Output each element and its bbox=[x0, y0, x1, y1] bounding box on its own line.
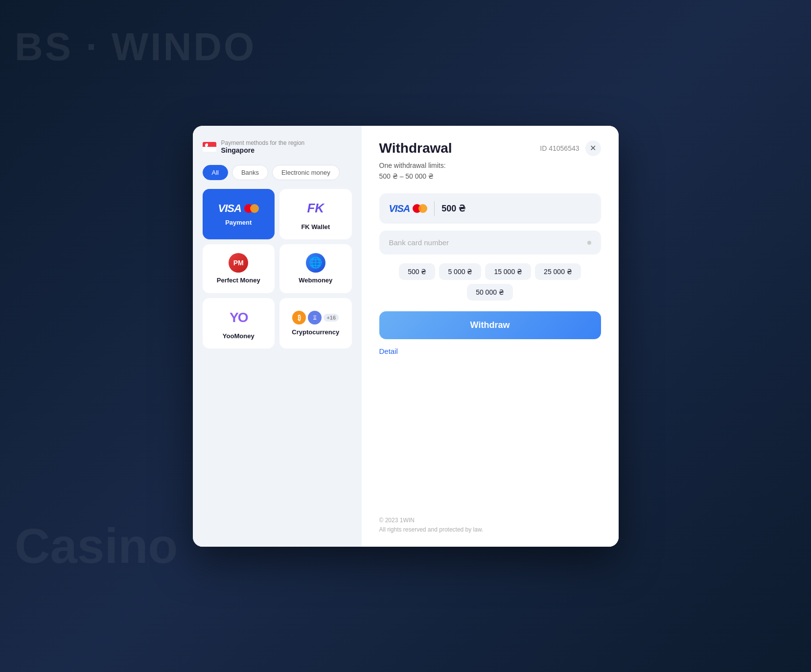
footer-line2: All rights reserved and protected by law… bbox=[379, 526, 484, 533]
close-button[interactable]: ✕ bbox=[585, 140, 601, 156]
payment-method-cryptocurrency[interactable]: ₿ Ξ +16 Cryptocurrency bbox=[279, 298, 352, 348]
visa-blue-text: VISA bbox=[389, 203, 410, 214]
right-panel: Withdrawal ID 41056543 ✕ One withdrawal … bbox=[362, 126, 619, 547]
mc-right-circle bbox=[250, 204, 259, 213]
withdrawal-modal: Payment methods for the region Singapore… bbox=[193, 126, 619, 547]
crypto-plus-badge: +16 bbox=[324, 314, 339, 322]
filter-tabs: All Banks Electronic money bbox=[203, 165, 352, 180]
cryptocurrency-label: Cryptocurrency bbox=[292, 328, 339, 336]
vertical-divider bbox=[434, 201, 435, 216]
id-close-group: ID 41056543 ✕ bbox=[540, 140, 601, 156]
mastercard-small-icon bbox=[413, 204, 427, 213]
visa-amount-row: VISA 500 ₴ bbox=[379, 193, 601, 224]
yoomoney-label: YooMoney bbox=[223, 332, 255, 340]
left-panel: Payment methods for the region Singapore… bbox=[193, 126, 362, 547]
mc-right-small bbox=[418, 204, 427, 213]
filter-all[interactable]: All bbox=[203, 165, 228, 180]
bank-card-input[interactable]: Bank card number bbox=[379, 231, 601, 255]
payment-method-visa[interactable]: VISA Payment bbox=[203, 189, 275, 239]
payment-method-webmoney[interactable]: 🌐 Webmoney bbox=[279, 244, 352, 293]
detail-link[interactable]: Detail bbox=[379, 347, 601, 355]
amount-chips: 500 ₴ 5 000 ₴ 15 000 ₴ 25 000 ₴ 50 000 ₴ bbox=[379, 263, 601, 301]
region-text: Payment methods for the region Singapore bbox=[221, 139, 305, 154]
fk-wallet-icon: FK bbox=[305, 198, 326, 219]
visa-logo: VISA bbox=[218, 202, 259, 215]
amount-value: 500 ₴ bbox=[441, 203, 465, 214]
perfect-money-icon: PM bbox=[229, 253, 248, 273]
visa-text-icon: VISA bbox=[218, 202, 241, 215]
limits-text: One withdrawal limits: 500 ₴ – 50 000 ₴ bbox=[379, 160, 601, 182]
payment-grid: VISA Payment FK FK Wallet PM Perfect Mo bbox=[203, 189, 352, 348]
payment-method-fk-wallet[interactable]: FK FK Wallet bbox=[279, 189, 352, 239]
payment-method-perfect-money[interactable]: PM Perfect Money bbox=[203, 244, 275, 293]
chip-50000[interactable]: 50 000 ₴ bbox=[467, 284, 513, 301]
footer-line1: © 2023 1WIN bbox=[379, 517, 415, 524]
singapore-flag bbox=[203, 142, 216, 152]
yoomoney-icon: YO bbox=[228, 307, 249, 328]
region-name: Singapore bbox=[221, 146, 305, 154]
region-header: Payment methods for the region Singapore bbox=[203, 139, 352, 154]
bg-casino: Casino bbox=[15, 518, 178, 574]
perfect-money-label: Perfect Money bbox=[217, 277, 260, 284]
footer: © 2023 1WIN All rights reserved and prot… bbox=[379, 516, 484, 534]
card-placeholder-text: Bank card number bbox=[389, 238, 449, 247]
withdrawal-id: ID 41056543 bbox=[540, 144, 579, 152]
webmoney-icon: 🌐 bbox=[306, 253, 325, 273]
region-label: Payment methods for the region bbox=[221, 139, 305, 146]
chip-25000[interactable]: 25 000 ₴ bbox=[535, 263, 581, 280]
chip-15000[interactable]: 15 000 ₴ bbox=[485, 263, 531, 280]
right-header: Withdrawal ID 41056543 ✕ bbox=[379, 140, 601, 156]
chip-500[interactable]: 500 ₴ bbox=[399, 263, 435, 280]
withdraw-button[interactable]: Withdraw bbox=[379, 311, 601, 339]
visa-payment-label: Payment bbox=[225, 219, 252, 226]
mastercard-icon bbox=[244, 204, 259, 213]
filter-banks[interactable]: Banks bbox=[232, 165, 268, 180]
bitcoin-icon: ₿ bbox=[292, 311, 306, 324]
withdrawal-title: Withdrawal bbox=[379, 140, 452, 156]
card-dot-indicator bbox=[587, 241, 591, 245]
visa-mc-logo: VISA bbox=[389, 203, 428, 214]
bg-text: BS · WINDO bbox=[15, 24, 256, 70]
payment-method-yoomoney[interactable]: YO YooMoney bbox=[203, 298, 275, 348]
chip-5000[interactable]: 5 000 ₴ bbox=[439, 263, 481, 280]
ethereum-icon: Ξ bbox=[308, 311, 322, 324]
webmoney-label: Webmoney bbox=[299, 277, 332, 284]
crypto-icons: ₿ Ξ +16 bbox=[292, 311, 339, 324]
fk-wallet-label: FK Wallet bbox=[301, 223, 330, 231]
filter-electronic[interactable]: Electronic money bbox=[272, 165, 340, 180]
